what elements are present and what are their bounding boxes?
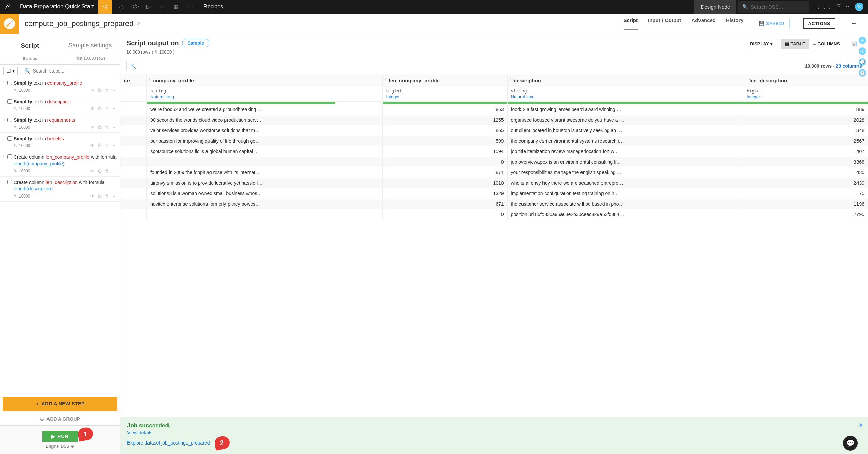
table-cell[interactable]: 671	[382, 199, 507, 209]
table-cell[interactable]: your responsibilities manage the english…	[507, 167, 743, 178]
table-cell[interactable]: 865	[382, 125, 507, 136]
more-icon[interactable]: ⋯	[113, 194, 117, 199]
column-filter[interactable]: 🔍	[126, 61, 143, 71]
tab-io[interactable]: Input / Output	[648, 17, 681, 30]
global-search[interactable]: 🔍	[738, 1, 809, 13]
view-details-link[interactable]: View details	[127, 430, 861, 435]
section-label[interactable]: Recipes	[196, 4, 231, 10]
table-cell[interactable]: job title itemization review managerloca…	[507, 146, 743, 157]
share-button[interactable]	[98, 0, 112, 14]
table-cell[interactable]: 1010	[382, 178, 507, 188]
table-cell[interactable]	[147, 157, 382, 167]
add-group-button[interactable]: ⊕ ADD A GROUP	[0, 413, 120, 425]
lab-icon[interactable]: ⌂	[155, 0, 169, 14]
table-cell[interactable]: 2795	[743, 209, 868, 220]
column-semantic[interactable]: Integer	[382, 94, 507, 102]
column-semantic[interactable]: Natural lang.	[507, 94, 743, 102]
table-cell[interactable]: 348	[743, 125, 868, 136]
table-cell[interactable]: 1407	[743, 146, 868, 157]
play-icon[interactable]: ▷	[142, 0, 155, 14]
dataiku-logo[interactable]	[0, 0, 15, 14]
step-checkbox[interactable]	[7, 180, 12, 184]
table-cell[interactable]: 0	[382, 157, 507, 167]
table-cell[interactable]: 2028	[743, 115, 868, 125]
more-icon[interactable]: ⋯	[113, 125, 117, 130]
table-cell[interactable]: novitex enterprise solutions formerly pi…	[147, 199, 382, 209]
table-cell[interactable]: our passion for improving quality of lif…	[147, 136, 382, 146]
eye-icon[interactable]: 👁	[90, 88, 94, 93]
table-cell[interactable]: 871	[382, 167, 507, 178]
table-cell[interactable]: the customer service associate will be b…	[507, 199, 743, 209]
search-steps-input[interactable]	[33, 68, 117, 74]
table-cell[interactable]: the company esri environmental systems r…	[507, 136, 743, 146]
step-item[interactable]: ⋮⋮ Simplify text in company_profile ✎100…	[0, 77, 120, 96]
circle-icon[interactable]: ◌	[115, 0, 128, 14]
column-header[interactable]: ⋮⋮ description	[507, 74, 743, 87]
script-tab[interactable]: Script 8 steps	[0, 34, 60, 64]
table-cell[interactable]: 1329	[382, 188, 507, 199]
power-icon[interactable]: ⏻	[98, 169, 102, 173]
eye-icon[interactable]: 👁	[90, 106, 94, 111]
sample-button[interactable]: Sample	[182, 39, 209, 47]
design-node-label[interactable]: Design Node	[694, 0, 736, 14]
table-cell[interactable]: 1196	[743, 199, 868, 209]
chat-bubble[interactable]: 💬	[843, 436, 858, 451]
column-semantic[interactable]: Integer	[743, 94, 868, 102]
trash-icon[interactable]: 🗑	[105, 194, 109, 199]
table-cell[interactable]: 2567	[743, 136, 868, 146]
table-cell[interactable]: organised focused vibrant awesome do you…	[507, 115, 743, 125]
power-icon[interactable]: ⏻	[98, 106, 102, 111]
eye-icon[interactable]: 👁	[90, 143, 94, 148]
eye-icon[interactable]: 👁	[90, 169, 94, 173]
select-all-steps[interactable]: ☐ ▾	[3, 67, 18, 75]
table-cell[interactable]: 90 seconds the worlds cloud video produc…	[147, 115, 382, 125]
table-cell[interactable]: spotsource solutions llc is a global hum…	[147, 146, 382, 157]
back-arrow-icon[interactable]: ←	[851, 20, 857, 27]
run-button[interactable]: ▶ RUN	[42, 431, 77, 442]
tab-script[interactable]: Script	[624, 17, 638, 30]
data-table[interactable]: ge⋮⋮ company_profile⋮⋮ len_company_profi…	[120, 74, 868, 417]
dashboard-icon[interactable]: ▦	[169, 0, 182, 14]
table-cell[interactable]	[147, 209, 382, 220]
rail-info-icon[interactable]: i	[859, 47, 866, 55]
eye-icon[interactable]: 👁	[90, 194, 94, 199]
more-icon[interactable]: ⋯	[113, 169, 117, 173]
tab-history[interactable]: History	[726, 17, 744, 30]
rail-history-icon[interactable]: 🕐	[859, 69, 866, 77]
table-cell[interactable]: solutions3 is a woman owned small busine…	[147, 188, 382, 199]
table-cell[interactable]: 75	[743, 188, 868, 199]
step-item[interactable]: ⋮⋮ Simplify text in benefits ✎10000 👁⏻🗑⋯	[0, 133, 120, 151]
help-icon[interactable]: ?	[837, 4, 840, 10]
table-view-button[interactable]: ▦ TABLE	[781, 39, 809, 49]
table-cell[interactable]: position url 86fd830a95a64e2b30ceed829e6…	[507, 209, 743, 220]
trash-icon[interactable]: 🗑	[105, 88, 109, 93]
table-cell[interactable]: 1594	[382, 146, 507, 157]
step-checkbox[interactable]	[7, 99, 12, 104]
step-item[interactable]: ⋮⋮ Create column len_description with fo…	[0, 177, 120, 202]
table-cell[interactable]: who is airenvy hey there we are seasoned…	[507, 178, 743, 188]
table-cell[interactable]: implementation configuration testing tra…	[507, 188, 743, 199]
code-icon[interactable]: </>	[128, 0, 142, 14]
table-cell[interactable]: valor services provides workforce soluti…	[147, 125, 382, 136]
step-checkbox[interactable]	[7, 118, 12, 122]
more-icon[interactable]: ⋯	[182, 0, 196, 14]
rail-chat-icon[interactable]: 💬	[859, 58, 866, 66]
step-item[interactable]: ⋮⋮ Create column len_company_profile wit…	[0, 151, 120, 176]
step-checkbox[interactable]	[7, 81, 12, 85]
columns-view-button[interactable]: ≡ COLUMNS	[809, 39, 844, 49]
step-item[interactable]: ⋮⋮ Simplify text in description ✎10000 👁…	[0, 96, 120, 115]
engine-label[interactable]: Engine: DSS ⚙	[5, 444, 115, 449]
table-cell[interactable]: 2439	[743, 178, 868, 188]
more-icon[interactable]: ⋯	[113, 88, 117, 93]
apps-icon[interactable]: ⋮⋮⋮	[816, 4, 832, 10]
table-cell[interactable]: we re food52 and we ve created a groundb…	[147, 104, 382, 115]
table-cell[interactable]: 1255	[382, 115, 507, 125]
power-icon[interactable]: ⏻	[98, 194, 102, 199]
explore-dataset-link[interactable]: Explore dataset job_postings_prepared	[127, 440, 210, 446]
more-icon[interactable]: ⋯	[113, 106, 117, 111]
table-cell[interactable]: 863	[382, 104, 507, 115]
table-cell[interactable]: 889	[743, 104, 868, 115]
step-checkbox[interactable]	[7, 136, 12, 141]
table-cell[interactable]: food52 a fast growing james beard award …	[507, 104, 743, 115]
trash-icon[interactable]: 🗑	[105, 143, 109, 148]
